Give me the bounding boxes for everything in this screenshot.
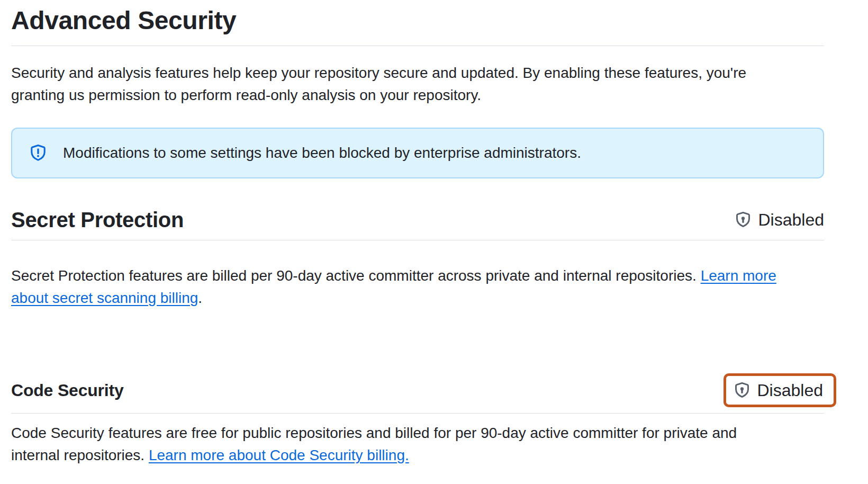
enterprise-policy-banner: Modifications to some settings have been…: [11, 128, 824, 178]
secret-protection-status-badge: Disabled: [735, 210, 824, 230]
code-security-description: Code Security features are free for publ…: [11, 422, 824, 467]
annotation-highlight: Disabled: [724, 373, 836, 407]
shield-lock-icon: [735, 211, 752, 228]
secret-protection-header: Secret Protection Disabled: [11, 206, 824, 240]
section-title-code-security: Code Security: [11, 378, 124, 403]
secret-protection-description: Secret Protection features are billed pe…: [11, 265, 824, 309]
secret-scanning-billing-link-line2[interactable]: about secret scanning billing: [11, 290, 198, 306]
secret-protection-description-period: .: [198, 290, 202, 306]
page-title: Advanced Security: [11, 5, 824, 46]
code-security-description-line2: internal repositories.: [11, 447, 149, 463]
secret-protection-description-text: Secret Protection features are billed pe…: [11, 267, 701, 284]
code-security-header: Code Security Disabled: [11, 373, 824, 414]
shield-lock-icon: [734, 382, 751, 399]
code-security-description-line1: Code Security features are free for publ…: [11, 425, 737, 441]
section-title-secret-protection: Secret Protection: [11, 206, 184, 234]
page-description-line1: Security and analysis features help keep…: [11, 65, 746, 81]
banner-message: Modifications to some settings have been…: [63, 142, 581, 164]
page-description: Security and analysis features help keep…: [11, 62, 824, 106]
secret-protection-status-label: Disabled: [758, 210, 824, 230]
page-description-line2: granting us permission to perform read-o…: [11, 87, 481, 103]
code-security-status-label: Disabled: [757, 380, 823, 400]
secret-scanning-billing-link-line1[interactable]: Learn more: [701, 267, 776, 284]
shield-alert-icon: [29, 144, 47, 162]
advanced-security-page: Advanced Security Security and analysis …: [0, 0, 824, 467]
code-security-billing-link[interactable]: Learn more about Code Security billing.: [149, 447, 409, 463]
code-security-status-badge: Disabled: [734, 380, 823, 400]
